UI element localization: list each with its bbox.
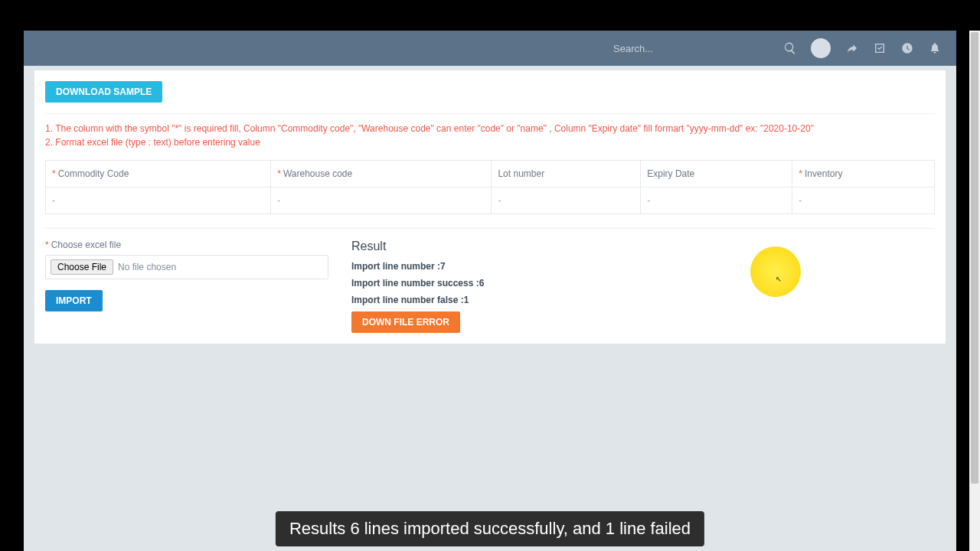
file-status-text: No file chosen (118, 262, 176, 272)
choose-file-button[interactable]: Choose File (51, 259, 113, 275)
bell-icon[interactable] (929, 42, 941, 54)
td-expiry: - (641, 187, 792, 214)
file-input-box[interactable]: Choose File No file chosen (45, 255, 328, 279)
th-inventory: *Inventory (792, 161, 935, 187)
avatar[interactable] (811, 38, 831, 58)
result-line-false: Import line number false :1 (351, 295, 935, 305)
download-sample-button[interactable]: DOWNLOAD SAMPLE (45, 81, 162, 103)
clock-icon[interactable] (901, 42, 913, 54)
scrollbar-track[interactable] (969, 31, 980, 551)
share-icon[interactable] (846, 42, 858, 54)
video-caption: Results 6 lines imported successfully, a… (276, 511, 704, 546)
search-wrap (610, 38, 797, 59)
file-column: *Choose excel file Choose File No file c… (45, 240, 328, 311)
td-warehouse: - (271, 187, 492, 214)
note-line-2: 2. Format excel file (type : text) befor… (45, 135, 935, 149)
app-viewport: DOWNLOAD SAMPLE 1. The column with the s… (24, 31, 956, 551)
table-header-row: *Commodity Code *Warehouse code Lot numb… (46, 161, 935, 187)
td-commodity: - (46, 187, 271, 214)
th-expiry-date: Expiry Date (641, 161, 792, 187)
result-line-number: Import line number :7 (351, 261, 935, 272)
result-title: Result (351, 240, 935, 253)
th-lot-number: Lot number (492, 161, 641, 187)
main-card: DOWNLOAD SAMPLE 1. The column with the s… (34, 70, 946, 344)
scrollbar-thumb[interactable] (971, 32, 978, 484)
search-input[interactable] (610, 38, 779, 59)
import-button[interactable]: IMPORT (45, 290, 103, 311)
preview-table: *Commodity Code *Warehouse code Lot numb… (45, 160, 935, 214)
divider-2 (45, 228, 935, 229)
result-column: Result Import line number :7 Import line… (351, 240, 935, 333)
import-row: *Choose excel file Choose File No file c… (45, 240, 935, 333)
topbar (24, 31, 956, 66)
down-file-error-button[interactable]: DOWN FILE ERROR (351, 311, 460, 333)
th-warehouse-code: *Warehouse code (271, 161, 492, 187)
table-row: - - - - - (46, 187, 935, 214)
result-line-success: Import line number success :6 (351, 278, 935, 289)
search-icon[interactable] (783, 41, 797, 55)
check-icon[interactable] (874, 42, 886, 54)
td-lot: - (492, 187, 641, 214)
divider (45, 113, 935, 114)
note-line-1: 1. The column with the symbol "*" is req… (45, 122, 935, 135)
th-commodity-code: *Commodity Code (46, 161, 271, 187)
instructions-note: 1. The column with the symbol "*" is req… (45, 122, 935, 149)
file-input-label: *Choose excel file (45, 240, 328, 250)
td-inventory: - (792, 187, 935, 214)
